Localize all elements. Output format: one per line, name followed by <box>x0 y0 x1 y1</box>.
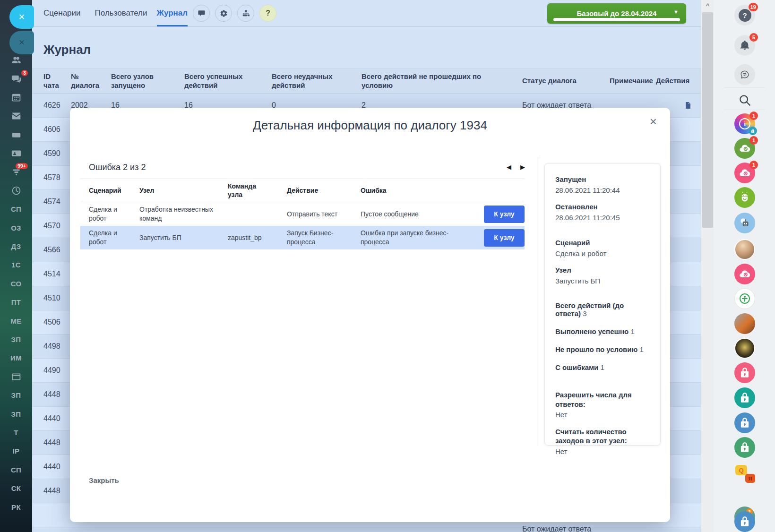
app-chatbot-button[interactable] <box>734 213 755 233</box>
person-ring-icon <box>739 292 751 305</box>
error-table-header: Сценарий Узел Команда узла Действие Ошиб… <box>80 179 525 202</box>
helpdesk-button[interactable]: ? 19 <box>734 5 755 26</box>
app-badge: 1 <box>749 112 758 120</box>
sidebar-item-mail[interactable] <box>0 107 32 125</box>
document-icon[interactable] <box>684 102 692 109</box>
sidebar-item-sp-2[interactable]: СП <box>0 461 32 479</box>
app-lock-green-button[interactable] <box>734 437 755 458</box>
sidebar-item-drive[interactable] <box>0 126 32 144</box>
crm-badge: 99+ <box>16 163 28 169</box>
sidebar-item-pt[interactable]: ПТ <box>0 293 32 311</box>
sidebar-item-label: IP <box>13 447 20 455</box>
settings-button[interactable] <box>215 5 232 22</box>
app-person-ring-button[interactable] <box>734 288 755 309</box>
vertical-scrollbar[interactable]: ^ <box>701 0 714 532</box>
chat-button[interactable] <box>193 5 210 22</box>
app-cloud-green-button[interactable]: 1 <box>734 138 755 159</box>
sidebar-item-contacts[interactable] <box>0 144 32 163</box>
license-progress-bar <box>553 18 680 21</box>
clock-icon <box>11 186 21 196</box>
close-icon[interactable]: × <box>650 115 657 128</box>
app-lock-pink-button[interactable] <box>734 362 755 383</box>
app-qa-chat-button[interactable]: Q Я <box>734 463 755 484</box>
sidebar-item-time[interactable] <box>0 181 32 200</box>
sidebar-item-label: ИМ <box>10 354 22 362</box>
sidebar-item-sk[interactable]: СК <box>0 479 32 498</box>
help-button[interactable]: ? <box>259 5 276 22</box>
sidebar-item-sites[interactable] <box>0 368 32 386</box>
col-header: Примечание <box>610 77 656 86</box>
sidebar-item-zp-1[interactable]: ЗП <box>0 330 32 349</box>
avatar[interactable] <box>734 239 755 260</box>
sidebar-item-dz[interactable]: ДЗ <box>0 237 32 256</box>
app-lock-teal-button[interactable] <box>734 387 755 408</box>
sidebar-item-label: МЕ <box>10 317 21 325</box>
started-value: 28.06.2021 11:20:44 <box>555 186 650 195</box>
go-to-node-button[interactable]: К узлу <box>484 229 525 247</box>
table-row[interactable] <box>32 527 701 532</box>
cell-node: Запустить БП <box>139 231 228 245</box>
cell-scenario: Сделка и робот <box>80 226 139 249</box>
tab-scenarios[interactable]: Сценарии <box>43 0 81 26</box>
sidebar-item-1c[interactable]: 1С <box>0 256 32 274</box>
cell-node: Отработка неизвестных команд <box>139 202 228 226</box>
license-dropdown[interactable]: Базовый до 28.04.2024 ▼ <box>547 3 686 24</box>
sidebar-item-label: ПТ <box>11 298 21 306</box>
chat-history-button[interactable] <box>734 64 755 85</box>
sidebar-item-label: 1С <box>11 261 21 269</box>
next-error-icon[interactable]: ▶ <box>520 164 525 170</box>
lock-icon <box>739 441 751 454</box>
chat-bubble-icon <box>198 9 206 17</box>
scrollbar-thumb[interactable] <box>702 12 713 228</box>
app-lock-blue-2-button[interactable] <box>734 511 755 532</box>
sidebar-item-zp-2[interactable]: ЗП <box>0 386 32 404</box>
cell-chat-id: 4514 <box>43 270 71 278</box>
divider <box>538 157 538 446</box>
lock-icon <box>739 392 751 404</box>
prev-error-icon[interactable]: ◀ <box>507 164 511 170</box>
sidebar-item-label: ЗП <box>11 391 21 399</box>
col-header: Действие <box>287 183 361 197</box>
app-android-button[interactable] <box>734 187 755 208</box>
cloud-clock-icon <box>739 167 751 179</box>
structure-button[interactable] <box>237 5 254 22</box>
app-info-button[interactable]: i 1 <box>734 113 755 134</box>
calendar-icon <box>11 93 21 103</box>
app-badge: 1 <box>749 161 758 169</box>
sidebar-item-ip[interactable]: IP <box>0 442 32 460</box>
app-lock-blue-button[interactable] <box>734 412 755 433</box>
cell-chat-id: 4440 <box>43 414 71 423</box>
allow-numbers-label: Разрешить числа для ответов: <box>555 390 650 409</box>
sidebar-item-label: СП <box>11 205 21 213</box>
sidebar-item-sp[interactable]: СП <box>0 200 32 218</box>
sidebar-inactive-tab[interactable]: × <box>9 31 34 54</box>
sidebar-item-zp-3[interactable]: ЗП <box>0 404 32 423</box>
chat-q-icon: Q <box>735 465 747 475</box>
search-button[interactable] <box>734 90 755 111</box>
sidebar-item-me[interactable]: МЕ <box>0 311 32 330</box>
tab-users[interactable]: Пользователи <box>95 0 147 26</box>
avatar[interactable] <box>734 338 755 359</box>
sidebar-item-crm[interactable]: 99+ <box>0 163 32 181</box>
app-cloud-pink-button[interactable]: 1 <box>734 163 755 183</box>
error-pager-label: Ошибка 2 из 2 <box>89 163 146 172</box>
tab-journal[interactable]: Журнал <box>157 0 188 26</box>
sidebar-item-calendar[interactable] <box>0 88 32 107</box>
sidebar-item-label: ОЗ <box>11 224 21 232</box>
sidebar-item-messenger[interactable]: 3 <box>0 69 32 88</box>
sidebar-item-so[interactable]: СО <box>0 275 32 293</box>
app-cloud-pink-2-button[interactable] <box>734 264 755 284</box>
scenario-value: Сделка и робот <box>555 249 650 258</box>
sidebar-item-oz[interactable]: ОЗ <box>0 219 32 237</box>
go-to-node-button[interactable]: К узлу <box>484 206 525 223</box>
close-modal-button[interactable]: Закрыть <box>89 476 119 484</box>
scroll-up-icon[interactable]: ^ <box>701 2 714 9</box>
cell-chat-id: 4490 <box>43 366 71 375</box>
sidebar-item-rk[interactable]: РК <box>0 498 32 516</box>
sidebar-item-im[interactable]: ИМ <box>0 349 32 367</box>
sidebar-item-t[interactable]: Т <box>0 423 32 442</box>
avatar[interactable] <box>734 313 755 334</box>
right-sidebar: ? 19 5 i 1 1 1 <box>714 0 775 532</box>
sidebar-active-tab[interactable]: × <box>9 5 34 29</box>
notifications-button[interactable]: 5 <box>734 35 755 56</box>
